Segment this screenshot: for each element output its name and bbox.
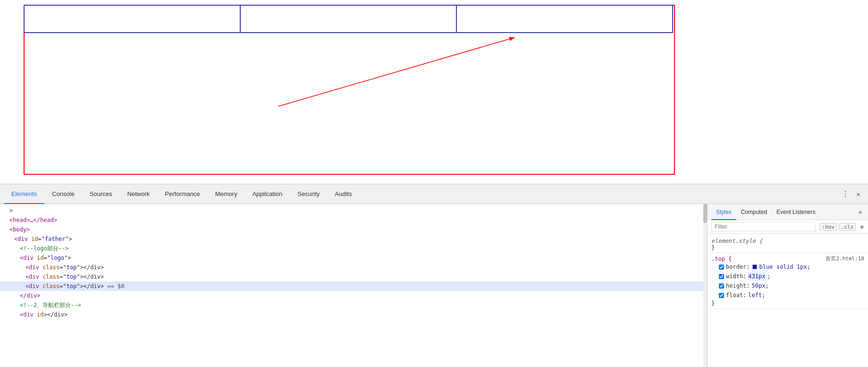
styles-filter-input[interactable] [711,222,816,231]
devtools-panel: Elements Console Sources Network Perform… [0,184,868,367]
top-box-2 [240,5,457,33]
element-style-selector: element.style { [711,238,864,244]
styles-tabs-bar: Styles Computed Event Listeners » [708,204,868,220]
tab-styles[interactable]: Styles [711,204,736,220]
float-checkbox[interactable] [719,293,724,298]
top-style-block: .top { 首页2.html:18 border: blue solid 1p… [708,253,868,309]
cls-button[interactable]: .cls [839,223,856,231]
browser-viewport [0,0,868,184]
top-block-close: } [711,300,864,307]
tab-performance[interactable]: Performance [157,184,207,204]
dom-scroll-thumb[interactable] [703,204,707,223]
tab-audits[interactable]: Audits [327,184,359,204]
hov-button[interactable]: :hov [819,223,837,231]
devtools-close-icon[interactable]: ✕ [853,190,864,198]
dom-line: <body> [0,225,707,234]
dom-panel[interactable]: > <head>…</head> <body> <div id="father"… [0,204,708,367]
top-box-3 [456,5,673,33]
styles-filter-buttons: :hov .cls [819,223,856,231]
tab-network[interactable]: Network [120,184,158,204]
element-style-block: element.style { } [708,236,868,253]
dom-line: <div class="top"></div> [0,272,707,282]
styles-panel: Styles Computed Event Listeners » :hov .… [708,204,868,367]
dom-line: <div id="logo"> [0,253,707,263]
styles-expand-icon[interactable]: » [857,208,864,216]
top-selector: .top { [711,256,732,262]
dom-line: > [0,206,707,215]
tab-sources[interactable]: Sources [82,184,120,204]
width-rule: width: 431px; [711,272,864,281]
height-rule: height: 50px; [711,281,864,290]
tab-console[interactable]: Console [44,184,82,204]
devtools-more-icon[interactable]: ⋮ [838,189,853,198]
devtools-body: > <head>…</head> <body> <div id="father"… [0,204,868,367]
border-checkbox[interactable] [719,265,724,270]
tab-security[interactable]: Security [290,184,327,204]
dom-line: <!--2、导航栏部分--> [0,300,707,310]
width-value: 431px [748,272,765,281]
tab-application[interactable]: Application [245,184,290,204]
height-checkbox[interactable] [719,283,724,289]
devtools-tabs-bar: Elements Console Sources Network Perform… [0,184,868,204]
color-swatch-blue[interactable] [752,265,757,269]
dom-line: </div> [0,291,707,300]
dom-line: <head>…</head> [0,215,707,225]
top-file-link[interactable]: 首页2.html:18 [826,255,864,262]
tab-event-listeners[interactable]: Event Listeners [772,204,820,220]
dom-line: <div id="father"> [0,234,707,244]
dom-scrollbar[interactable] [703,204,707,367]
float-rule: float: left; [711,290,864,300]
add-style-icon[interactable]: + [860,222,864,231]
dom-line-selected: <div class="top"></div> == $0 [0,282,707,291]
top-selector-row: .top { 首页2.html:18 [711,255,864,262]
tab-computed[interactable]: Computed [736,204,772,220]
tab-memory[interactable]: Memory [208,184,245,204]
styles-content: element.style { } .top { 首页2.html:18 [708,234,868,367]
box-row [24,5,675,33]
border-rule: border: blue solid 1px; [711,262,864,272]
dom-line: <!--logo部分--> [0,244,707,253]
dom-line: <div id></div> [0,310,707,319]
element-style-close: } [711,244,864,251]
styles-filter-bar: :hov .cls + [708,220,868,234]
width-checkbox[interactable] [719,274,724,279]
tab-elements[interactable]: Elements [4,184,44,204]
dom-line: <div class="top"></div> [0,263,707,272]
top-box-1 [24,5,241,33]
